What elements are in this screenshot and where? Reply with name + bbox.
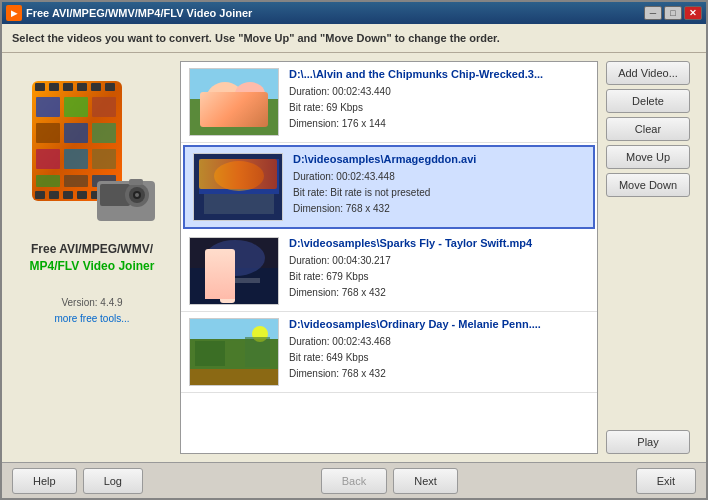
video-meta: Duration: 00:02:43.448 Bit rate: Bit rat… bbox=[293, 169, 585, 217]
svg-rect-20 bbox=[64, 149, 88, 169]
svg-rect-2 bbox=[49, 83, 59, 91]
video-meta: Duration: 00:02:43.468 Bit rate: 649 Kbp… bbox=[289, 334, 589, 382]
svg-rect-16 bbox=[36, 123, 60, 143]
video-list-panel[interactable]: D:\...\Alvin and the Chipmunks Chip-Wrec… bbox=[180, 61, 598, 454]
app-title: Free AVI/MPEG/WMV/MP4/FLV Video Joiner bbox=[26, 7, 252, 19]
video-item[interactable]: D:\videosamples\Armagegddon.avi Duration… bbox=[183, 145, 595, 229]
move-up-button[interactable]: Move Up bbox=[606, 145, 690, 169]
bottom-right-buttons: Exit bbox=[636, 468, 696, 494]
bottom-bar: Help Log Back Next Exit bbox=[2, 462, 706, 498]
svg-point-34 bbox=[207, 82, 243, 112]
title-controls: ─ □ ✕ bbox=[644, 6, 702, 20]
video-thumbnail bbox=[193, 153, 283, 221]
title-bar: ▶ Free AVI/MPEG/WMV/MP4/FLV Video Joiner… bbox=[2, 2, 706, 24]
logo-title: Free AVI/MPEG/WMV/ MP4/FLV Video Joiner bbox=[30, 241, 155, 275]
video-info: D:\...\Alvin and the Chipmunks Chip-Wrec… bbox=[289, 68, 589, 132]
video-thumbnail bbox=[189, 318, 279, 386]
svg-point-35 bbox=[235, 82, 265, 106]
maximize-button[interactable]: □ bbox=[664, 6, 682, 20]
svg-rect-15 bbox=[92, 97, 116, 117]
svg-rect-7 bbox=[35, 191, 45, 199]
svg-rect-33 bbox=[190, 99, 279, 136]
video-item[interactable]: D:\...\Alvin and the Chipmunks Chip-Wrec… bbox=[181, 62, 597, 143]
video-path: D:\videosamples\Ordinary Day - Melanie P… bbox=[289, 318, 589, 330]
svg-rect-17 bbox=[64, 123, 88, 143]
video-path: D:\videosamples\Sparks Fly - Taylor Swif… bbox=[289, 237, 589, 249]
move-down-button[interactable]: Move Down bbox=[606, 173, 690, 197]
svg-rect-38 bbox=[199, 159, 279, 194]
svg-rect-23 bbox=[64, 175, 88, 187]
title-bar-left: ▶ Free AVI/MPEG/WMV/MP4/FLV Video Joiner bbox=[6, 5, 252, 21]
app-icon: ▶ bbox=[6, 5, 22, 21]
video-item[interactable]: D:\videosamples\Sparks Fly - Taylor Swif… bbox=[181, 231, 597, 312]
minimize-button[interactable]: ─ bbox=[644, 6, 662, 20]
video-item[interactable]: D:\videosamples\Ordinary Day - Melanie P… bbox=[181, 312, 597, 393]
instruction-text: Select the videos you want to convert. U… bbox=[2, 24, 706, 53]
video-info: D:\videosamples\Sparks Fly - Taylor Swif… bbox=[289, 237, 589, 301]
add-video-button[interactable]: Add Video... bbox=[606, 61, 690, 85]
svg-rect-18 bbox=[92, 123, 116, 143]
close-button[interactable]: ✕ bbox=[684, 6, 702, 20]
svg-rect-1 bbox=[35, 83, 45, 91]
video-info: D:\videosamples\Armagegddon.avi Duration… bbox=[293, 153, 585, 217]
video-meta: Duration: 00:02:43.440 Bit rate: 69 Kbps… bbox=[289, 84, 589, 132]
svg-rect-9 bbox=[63, 191, 73, 199]
svg-point-39 bbox=[214, 161, 264, 191]
svg-rect-51 bbox=[245, 337, 270, 367]
svg-rect-13 bbox=[36, 97, 60, 117]
svg-rect-3 bbox=[63, 83, 73, 91]
svg-rect-19 bbox=[36, 149, 60, 169]
svg-rect-8 bbox=[49, 191, 59, 199]
svg-point-31 bbox=[135, 193, 139, 197]
main-container: Select the videos you want to convert. U… bbox=[2, 24, 706, 498]
svg-rect-32 bbox=[190, 69, 279, 136]
video-info: D:\videosamples\Ordinary Day - Melanie P… bbox=[289, 318, 589, 382]
svg-rect-4 bbox=[77, 83, 87, 91]
more-tools-link[interactable]: more free tools... bbox=[54, 313, 129, 324]
version-info: Version: 4.4.9 more free tools... bbox=[54, 295, 129, 327]
svg-rect-48 bbox=[190, 369, 279, 386]
svg-rect-36 bbox=[210, 104, 260, 124]
back-button[interactable]: Back bbox=[321, 468, 387, 494]
exit-button[interactable]: Exit bbox=[636, 468, 696, 494]
video-meta: Duration: 00:04:30.217 Bit rate: 679 Kbp… bbox=[289, 253, 589, 301]
next-button[interactable]: Next bbox=[393, 468, 458, 494]
clear-button[interactable]: Clear bbox=[606, 117, 690, 141]
svg-rect-50 bbox=[195, 341, 225, 366]
video-thumbnail bbox=[189, 68, 279, 136]
play-button[interactable]: Play bbox=[606, 430, 690, 454]
video-path: D:\...\Alvin and the Chipmunks Chip-Wrec… bbox=[289, 68, 589, 80]
bottom-center-buttons: Back Next bbox=[321, 468, 458, 494]
film-logo bbox=[22, 71, 162, 231]
svg-rect-6 bbox=[105, 83, 115, 91]
svg-rect-40 bbox=[204, 194, 274, 214]
svg-rect-45 bbox=[210, 278, 260, 283]
help-button[interactable]: Help bbox=[12, 468, 77, 494]
left-panel: Free AVI/MPEG/WMV/ MP4/FLV Video Joiner … bbox=[12, 61, 172, 454]
svg-rect-22 bbox=[36, 175, 60, 187]
content-area: Free AVI/MPEG/WMV/ MP4/FLV Video Joiner … bbox=[2, 53, 706, 462]
svg-rect-44 bbox=[220, 253, 235, 303]
video-thumbnail bbox=[189, 237, 279, 305]
video-path: D:\videosamples\Armagegddon.avi bbox=[293, 153, 585, 165]
svg-rect-14 bbox=[64, 97, 88, 117]
svg-rect-30 bbox=[129, 179, 143, 185]
svg-rect-10 bbox=[77, 191, 87, 199]
bottom-left-buttons: Help Log bbox=[12, 468, 143, 494]
svg-rect-5 bbox=[91, 83, 101, 91]
right-panel: Add Video... Delete Clear Move Up Move D… bbox=[606, 61, 696, 454]
svg-rect-21 bbox=[92, 149, 116, 169]
log-button[interactable]: Log bbox=[83, 468, 143, 494]
delete-button[interactable]: Delete bbox=[606, 89, 690, 113]
